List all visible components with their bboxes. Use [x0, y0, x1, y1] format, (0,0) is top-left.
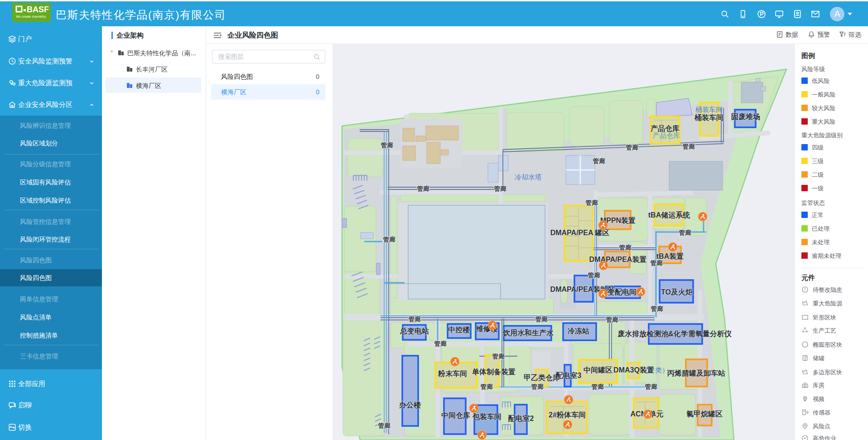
svg-text:管廊: 管廊	[650, 260, 663, 266]
svg-text:管廊: 管廊	[682, 143, 695, 150]
svg-text:单体制备装置: 单体制备装置	[472, 368, 516, 376]
svg-text:甲乙类仓库: 甲乙类仓库	[524, 373, 560, 382]
svg-text:桶装车间: 桶装车间	[694, 114, 723, 121]
svg-text:中间仓库: 中间仓库	[441, 411, 470, 419]
svg-text:管廊: 管廊	[585, 199, 598, 206]
svg-text:饮用水和生产水: 饮用水和生产水	[502, 329, 554, 337]
svg-text:管廊: 管廊	[381, 142, 394, 149]
svg-text:管廊: 管廊	[492, 353, 505, 360]
svg-text:管廊: 管廊	[626, 144, 639, 151]
svg-text:管廊: 管廊	[651, 305, 664, 312]
svg-text:2#粉体车间: 2#粉体车间	[549, 411, 586, 419]
svg-text:办公楼: 办公楼	[399, 401, 421, 409]
svg-text:冷冻站: 冷冻站	[568, 327, 589, 335]
svg-text:We create chemistry: We create chemistry	[16, 15, 46, 19]
svg-text:中间罐区: 中间罐区	[583, 366, 612, 374]
svg-text:固废堆场: 固废堆场	[731, 113, 760, 121]
svg-text:DMA3Q装置: DMA3Q装置	[613, 366, 654, 374]
svg-text:管廊: 管廊	[619, 244, 632, 251]
svg-text:冷却水塔: 冷却水塔	[515, 173, 542, 181]
svg-text:配电室2: 配电室2	[508, 414, 534, 422]
svg-text:TO及火炬: TO及火炬	[661, 288, 693, 296]
svg-text:tBA储运系统: tBA储运系统	[648, 211, 690, 219]
svg-text:DMAPA/PEA 罐区: DMAPA/PEA 罐区	[550, 229, 610, 237]
svg-text:管廊: 管廊	[434, 340, 447, 347]
svg-text:管廊: 管廊	[593, 158, 606, 164]
svg-text:管廊: 管廊	[679, 229, 692, 236]
svg-text:管廊: 管廊	[494, 185, 507, 192]
svg-text:管廊: 管廊	[383, 236, 396, 243]
svg-text:管廊: 管廊	[480, 383, 493, 390]
svg-text:包装车间: 包装车间	[472, 413, 502, 421]
svg-text:氯甲烷罐区: 氯甲烷罐区	[686, 410, 723, 418]
svg-text:管廊: 管廊	[645, 383, 658, 390]
svg-text:桶装车间: 桶装车间	[695, 106, 723, 113]
svg-text:管廊: 管廊	[417, 185, 430, 192]
svg-text:管廊: 管廊	[535, 316, 548, 323]
svg-text:tBA装置: tBA装置	[656, 252, 684, 260]
svg-text:配电室3: 配电室3	[556, 371, 582, 379]
svg-text:粉末车间: 粉末车间	[438, 370, 467, 377]
svg-text:管廊: 管廊	[408, 316, 421, 323]
svg-text:管廊: 管廊	[588, 272, 601, 279]
svg-text:管廊: 管廊	[591, 383, 604, 390]
svg-text:产品仓库: 产品仓库	[653, 131, 680, 139]
svg-text:管廊: 管廊	[378, 422, 391, 429]
svg-text:废水排放检测池&化学需氧量分析仪: 废水排放检测池&化学需氧量分析仪	[617, 330, 732, 338]
svg-text:总变电站: 总变电站	[400, 327, 429, 335]
svg-text:管廊: 管廊	[606, 316, 619, 323]
svg-text:BASF: BASF	[27, 5, 49, 14]
svg-text:变配电间: 变配电间	[607, 288, 637, 296]
svg-text:丙烯腈罐及卸车站: 丙烯腈罐及卸车站	[667, 369, 725, 377]
svg-text:中控楼: 中控楼	[448, 326, 470, 334]
svg-text:管廊: 管廊	[531, 383, 544, 390]
svg-text:DMAPA/PEA装置: DMAPA/PEA装置	[589, 256, 647, 263]
svg-text:产品仓库: 产品仓库	[650, 124, 680, 132]
